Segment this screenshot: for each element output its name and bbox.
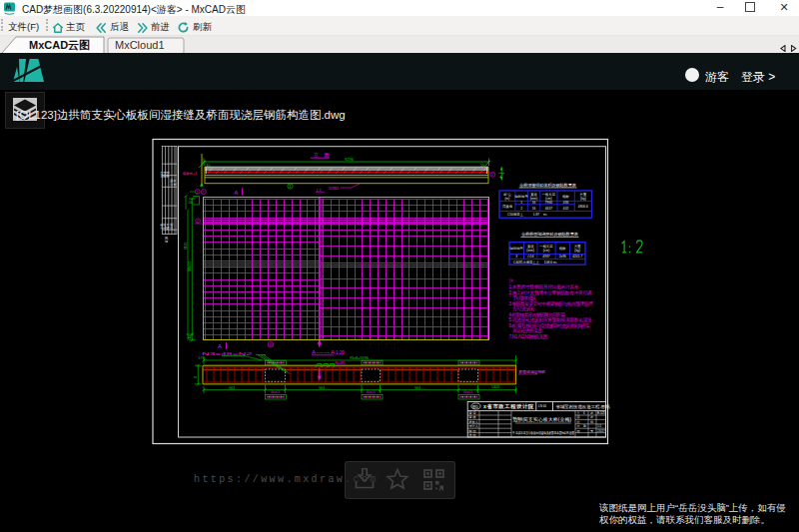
svg-text:号: 号 <box>590 429 593 433</box>
svg-text:A——A: A——A <box>312 349 336 355</box>
svg-text:98x12: 98x12 <box>188 262 192 271</box>
svg-text:2: 2 <box>491 173 493 177</box>
svg-text:全桥湿接缝砼体积及钢筋数量表: 全桥湿接缝砼体积及钢筋数量表 <box>519 183 577 189</box>
svg-text:436: 436 <box>563 201 569 205</box>
svg-text:x省市政工程设计院: x省市政工程设计院 <box>483 403 534 410</box>
svg-text:1: 1 <box>520 201 522 205</box>
svg-text:A10: A10 <box>165 237 169 243</box>
svg-text:A: A <box>218 343 222 349</box>
svg-text:期: 期 <box>583 424 586 428</box>
svg-text:N=W5: N=W5 <box>336 361 346 365</box>
svg-text:2: 2 <box>197 191 199 195</box>
svg-text:中 边拱简支实心板板间湿接缝及桥面现浇层钢筋构造图: 中 边拱简支实心板板间湿接缝及桥面现浇层钢筋构造图 <box>512 430 574 435</box>
svg-text:制 图: 制 图 <box>469 429 476 433</box>
svg-text:(mm): (mm) <box>530 197 538 201</box>
svg-text:1:20: 1:20 <box>336 350 345 355</box>
svg-text:第: 第 <box>577 415 580 419</box>
svg-text:40x13: 40x13 <box>271 390 280 394</box>
svg-text:7.N1-N2.N3钢筋见图.: 7.N1-N2.N3钢筋见图. <box>509 333 549 340</box>
svg-text:C40防水混凝土上: C40防水混凝土上 <box>513 260 540 265</box>
svg-text:3: 3 <box>515 255 517 259</box>
svg-text:复核人: 复核人 <box>469 420 478 424</box>
svg-text:比: 比 <box>577 420 580 424</box>
svg-text:(cm): (cm) <box>543 249 550 253</box>
svg-text:根数: 根数 <box>559 247 566 251</box>
svg-text:40x13: 40x13 <box>463 390 472 394</box>
svg-text:4637: 4637 <box>545 207 553 211</box>
svg-text:m³: m³ <box>543 213 548 217</box>
svg-text:6: 6 <box>583 411 585 415</box>
svg-text:共: 共 <box>577 411 581 415</box>
svg-text:1 2: 1 2 <box>317 189 322 193</box>
svg-text:(m): (m) <box>505 197 510 201</box>
svg-text:根数: 根数 <box>562 195 569 199</box>
svg-text:图: 图 <box>577 429 580 433</box>
svg-text:张: 张 <box>590 411 593 415</box>
svg-text:横桥向+X: 横桥向+X <box>183 172 198 176</box>
svg-text:2: 2 <box>520 207 522 211</box>
svg-text:8: 8 <box>194 376 198 378</box>
svg-text:日: 日 <box>577 424 580 428</box>
svg-text:(kg): (kg) <box>574 249 580 253</box>
svg-text:2x96: 2x96 <box>559 255 566 259</box>
svg-text:24: 24 <box>189 201 193 205</box>
svg-text:钢筋编号: 钢筋编号 <box>514 194 529 199</box>
svg-text:C50混凝土: C50混凝土 <box>507 212 524 217</box>
svg-text:15: 15 <box>188 335 192 339</box>
svg-text:B.025: B.025 <box>597 411 605 415</box>
svg-text:20: 20 <box>269 343 273 347</box>
svg-text:140/5: 140/5 <box>491 385 500 389</box>
svg-text:5Y3: 5Y3 <box>199 356 205 360</box>
svg-text:存档: 存档 <box>170 224 174 230</box>
svg-text:图号: 图号 <box>173 179 177 186</box>
svg-text:桥面现浇层钢筋: 桥面现浇层钢筋 <box>518 369 546 374</box>
svg-text:湿接缝: 湿接缝 <box>502 204 513 209</box>
svg-text:903: 903 <box>319 386 325 390</box>
svg-text:省城宝村街道改造工程-图纸: 省城宝村街道改造工程-图纸 <box>556 404 611 410</box>
svg-text:4937: 4937 <box>542 255 550 259</box>
svg-text:张: 张 <box>590 415 593 419</box>
svg-text:9296: 9296 <box>345 157 355 162</box>
svg-text:903: 903 <box>229 386 235 390</box>
svg-text:1.87: 1.87 <box>533 213 540 217</box>
svg-text:边拱简支实心板大桥(全梅): 边拱简支实心板大桥(全梅) <box>513 416 572 423</box>
svg-text:注: 注 <box>509 278 514 283</box>
svg-text:93x8=9296: 93x8=9296 <box>350 356 369 360</box>
svg-text:A: A <box>235 190 239 196</box>
svg-text:(kg): (kg) <box>580 197 586 201</box>
svg-text:(cm): (cm) <box>545 197 552 201</box>
svg-text:∅16: ∅16 <box>527 255 534 259</box>
svg-text:1:2: 1:2 <box>597 424 602 428</box>
svg-text:7: 7 <box>203 191 205 195</box>
svg-text:设计人: 设计人 <box>469 424 478 428</box>
svg-text:4806.6: 4806.6 <box>578 205 588 209</box>
svg-text:7960: 7960 <box>545 201 553 205</box>
svg-text:1: 1 <box>289 185 291 189</box>
svg-text:全桥桥面现浇层砼及钢筋数量表: 全桥桥面现浇层砼及钢筋数量表 <box>521 232 579 238</box>
svg-text:m³: m³ <box>553 261 558 265</box>
svg-text:N3x48=N2: N3x48=N2 <box>202 351 254 356</box>
svg-text:108.6: 108.6 <box>544 261 552 265</box>
svg-text:52W2: 52W2 <box>329 187 339 191</box>
svg-text:23/27: 23/27 <box>597 429 605 433</box>
svg-text:16: 16 <box>532 201 536 205</box>
svg-text:描 图: 描 图 <box>469 433 476 437</box>
svg-text:632: 632 <box>563 207 569 211</box>
svg-text:903: 903 <box>414 386 420 390</box>
svg-text:审核: 审核 <box>166 171 170 178</box>
svg-text:(mm): (mm) <box>526 249 534 253</box>
svg-text:例: 例 <box>590 420 593 424</box>
svg-text:1176: 1176 <box>184 243 188 250</box>
svg-text:LN 64: LN 64 <box>538 404 546 408</box>
svg-text:钢筋编号: 钢筋编号 <box>509 246 524 251</box>
svg-text:2: 2 <box>197 220 199 224</box>
svg-text:审 核: 审 核 <box>469 415 476 419</box>
svg-text:审 定: 审 定 <box>469 411 476 415</box>
svg-text:40x13: 40x13 <box>367 390 376 394</box>
svg-text:4241.7: 4241.7 <box>572 255 582 259</box>
svg-text:16: 16 <box>532 207 536 211</box>
svg-text:图D: 图D <box>472 405 479 409</box>
